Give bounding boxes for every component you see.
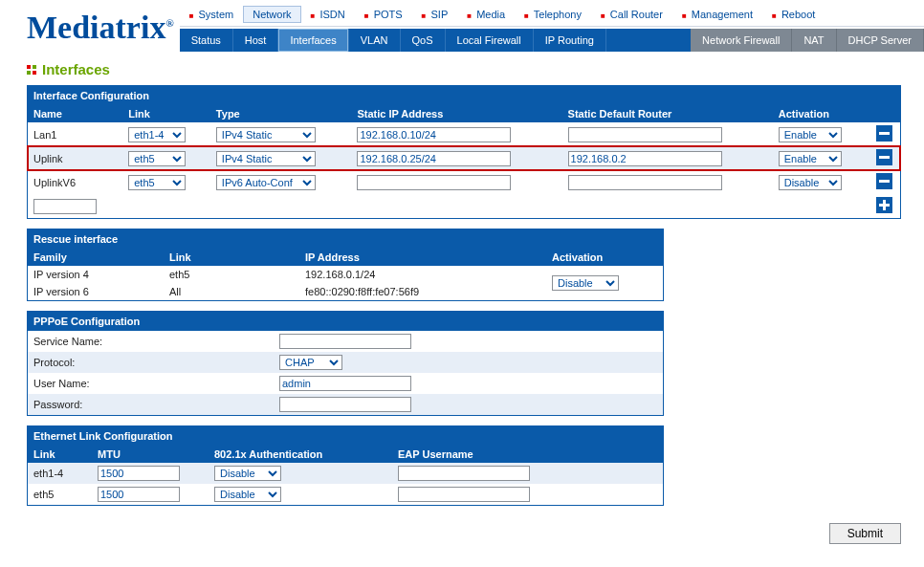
interface-name: UplinkV6 [28,170,122,194]
col-auth: 802.1x Authentication [209,446,392,463]
static-ip-input[interactable] [357,127,511,142]
static-router-input[interactable] [568,127,722,142]
bullet-icon: ■ [364,11,369,20]
eap-username-input[interactable] [398,487,530,502]
static-ip-input[interactable] [357,151,511,166]
mtu-input[interactable] [98,466,180,481]
static-ip-input[interactable] [357,175,511,190]
svg-rect-1 [33,65,36,69]
link-select[interactable]: eth5 [128,151,186,166]
topnav-item-sip[interactable]: ■ SIP [412,6,458,23]
interface-row: Uplinketh5IPv4 StaticEnable [28,146,900,170]
col-static-router: Static Default Router [562,105,773,122]
new-interface-name-input[interactable] [33,199,97,214]
panel-pppoe: PPPoE Configuration Service Name: Protoc… [27,311,664,416]
col-link: Link [164,249,299,266]
ethlink-name: eth1-4 [28,463,92,484]
link-select[interactable]: eth1-4 [128,127,186,142]
mtu-input[interactable] [98,487,180,502]
remove-row-button[interactable] [876,149,892,165]
subnav-item-qos[interactable]: QoS [401,29,446,52]
type-select[interactable]: IPv6 Auto-Conf [216,175,316,190]
static-router-input[interactable] [568,151,722,166]
link-select[interactable]: eth5 [128,175,186,190]
activation-select[interactable]: Disable [779,175,842,190]
topnav-item-media[interactable]: ■ Media [457,6,515,23]
svg-rect-3 [33,71,36,75]
topnav-item-call-router[interactable]: ■ Call Router [591,6,672,23]
panel-ethernet-link: Ethernet Link Configuration Link MTU 802… [27,425,664,506]
page-title: Interfaces [42,61,110,77]
rescue-link-1: All [164,283,299,300]
col-mtu: MTU [92,446,209,463]
panel-title-rescue: Rescue interface [28,229,663,249]
top-nav: ■ SystemNetwork■ ISDN■ POTS■ SIP■ Media■… [180,6,924,27]
subnav-item-interfaces[interactable]: Interfaces [278,29,348,52]
topnav-item-network[interactable]: Network [243,6,300,23]
eap-username-input[interactable] [398,466,530,481]
col-eap: EAP Username [392,446,663,463]
bullet-icon [27,65,36,75]
ethlink-row: eth1-4Disable [28,463,663,484]
bullet-icon: ■ [189,11,194,20]
rescue-ip-1: fe80::0290:f8ff:fe07:56f9 [299,283,546,300]
col-link: Link [28,446,92,463]
registered-mark: ® [165,17,173,29]
subnav-item-ip-routing[interactable]: IP Routing [534,29,606,52]
col-activation: Activation [546,249,663,266]
protocol-select[interactable]: CHAP [279,355,342,370]
rescue-family-0: IP version 4 [28,266,164,283]
rescue-ip-0: 192.168.0.1/24 [299,266,546,283]
ethlink-name: eth5 [28,484,92,505]
svg-rect-2 [27,71,31,75]
subnav-item-local-firewall[interactable]: Local Firewall [446,29,534,52]
remove-row-button[interactable] [876,125,892,142]
label-password: Password: [28,394,274,415]
bullet-icon: ■ [467,11,472,20]
brand-logo: Mediatrix® [0,0,180,50]
topnav-item-isdn[interactable]: ■ ISDN [301,6,355,23]
submit-button[interactable]: Submit [829,523,901,544]
svg-rect-0 [27,65,31,69]
bullet-icon: ■ [601,11,605,20]
col-type: Type [210,105,352,122]
col-link: Link [122,105,210,122]
static-router-input[interactable] [568,175,722,190]
auth-select[interactable]: Disable [214,487,281,502]
subnav-item-vlan[interactable]: VLAN [349,29,401,52]
password-input[interactable] [279,397,411,412]
col-family: Family [28,249,164,266]
bullet-icon: ■ [422,11,427,20]
topnav-item-reboot[interactable]: ■ Reboot [762,6,825,23]
subnav-item-host[interactable]: Host [233,29,279,52]
label-service-name: Service Name: [28,331,274,352]
topnav-item-pots[interactable]: ■ POTS [355,6,412,23]
remove-row-button[interactable] [876,173,892,189]
ethlink-row: eth5Disable [28,484,663,505]
topnav-item-telephony[interactable]: ■ Telephony [515,6,591,23]
bullet-icon: ■ [772,11,777,20]
subnav-item-dhcp-server[interactable]: DHCP Server [837,29,924,52]
interface-row: UplinkV6eth5IPv6 Auto-ConfDisable [28,170,900,194]
label-protocol: Protocol: [28,352,274,373]
subnav-item-nat[interactable]: NAT [792,29,836,52]
rescue-activation-select[interactable]: Disable [552,275,619,291]
panel-title-interface-config: Interface Configuration [28,86,900,105]
bullet-icon: ■ [682,11,687,20]
activation-select[interactable]: Enable [779,151,842,166]
topnav-item-system[interactable]: ■ System [180,6,244,23]
interface-name: Lan1 [28,122,122,146]
topnav-item-management[interactable]: ■ Management [672,6,762,23]
rescue-link-0: eth5 [164,266,299,283]
subnav-item-network-firewall[interactable]: Network Firewall [691,29,792,52]
panel-title-ethlink: Ethernet Link Configuration [28,426,663,446]
sub-nav: StatusHostInterfacesVLANQoSLocal Firewal… [180,29,924,52]
auth-select[interactable]: Disable [214,466,281,481]
add-row-button[interactable] [876,197,892,213]
type-select[interactable]: IPv4 Static [216,151,316,166]
activation-select[interactable]: Enable [779,127,842,142]
username-input[interactable] [279,376,411,391]
type-select[interactable]: IPv4 Static [216,127,316,142]
subnav-item-status[interactable]: Status [180,29,233,52]
service-name-input[interactable] [279,334,411,349]
